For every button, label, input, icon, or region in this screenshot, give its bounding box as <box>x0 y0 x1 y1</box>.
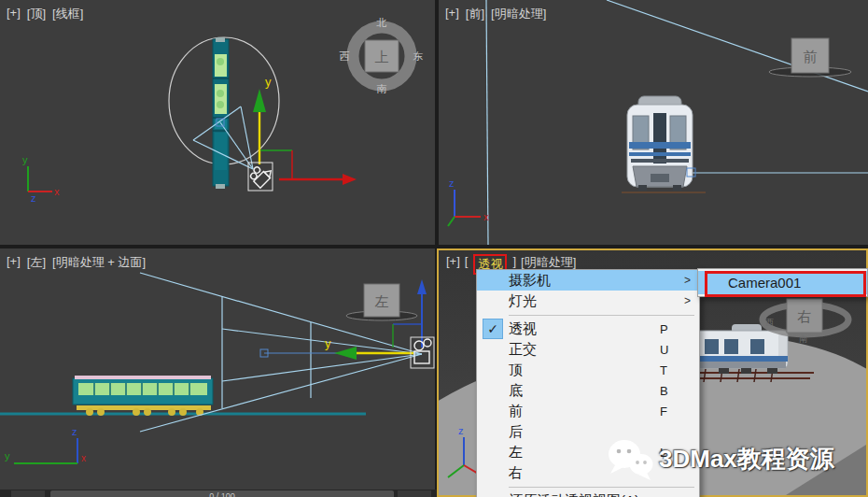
viewport-view-button[interactable]: [左] <box>27 254 46 271</box>
viewcube-face: 左 <box>375 293 389 309</box>
viewcube-left[interactable]: 左 <box>346 284 417 320</box>
cameras-submenu: Camera001 <box>697 268 868 297</box>
viewport-left-label: [+] [左] [明暗处理 + 边面] <box>7 254 146 271</box>
wechat-icon <box>605 435 655 482</box>
svg-text:x: x <box>81 453 86 463</box>
menu-item-top[interactable]: 顶 T <box>477 360 699 380</box>
svg-text:南: 南 <box>799 334 807 344</box>
viewcube-top[interactable]: 上 北 东 南 西 <box>340 17 424 94</box>
bracket: [ <box>465 254 469 275</box>
viewport-shading-button[interactable]: [线框] <box>52 6 83 22</box>
menu-item-orthographic[interactable]: 正交 U <box>477 339 699 360</box>
train-side-view[interactable] <box>73 376 213 416</box>
svg-text:x: x <box>483 211 489 222</box>
train-front-view[interactable] <box>622 96 706 192</box>
viewport-shading-button[interactable]: [明暗处理 + 边面] <box>52 254 146 271</box>
axis-tripod: y x z <box>22 154 60 204</box>
time-prev-button[interactable] <box>11 490 45 497</box>
svg-text:z: z <box>31 192 36 204</box>
svg-text:x: x <box>54 186 60 197</box>
time-slider[interactable]: 0 / 100 <box>50 490 394 497</box>
menu-item-front[interactable]: 前 F <box>477 401 699 421</box>
svg-text:西: 西 <box>340 50 350 62</box>
viewport-top-canvas: y y x z <box>0 0 435 245</box>
train-top-view[interactable] <box>213 37 229 189</box>
menu-item-bottom[interactable]: 底 B <box>477 380 699 401</box>
viewport-view-button[interactable]: [顶] <box>27 6 46 22</box>
max-viewport-area: [+] [顶] [线框] <box>0 0 868 497</box>
time-next-button[interactable] <box>398 490 431 497</box>
gizmo-y-label: y <box>325 336 331 350</box>
svg-text:z: z <box>449 178 455 189</box>
viewport-left[interactable]: [+] [左] [明暗处理 + 边面] 总计 Camera001 三角形: 89… <box>0 248 435 490</box>
axis-tripod: z y x <box>5 426 86 463</box>
svg-text:y: y <box>22 154 28 165</box>
move-gizmo[interactable]: y <box>253 75 357 185</box>
menu-item-lights[interactable]: 灯光 > <box>477 291 699 311</box>
viewcube-face: 右 <box>797 308 812 324</box>
viewport-menu-button[interactable]: [+] <box>446 254 460 275</box>
axis-tripod: z x <box>448 178 489 226</box>
viewport-top[interactable]: [+] [顶] [线框] <box>0 0 435 245</box>
svg-text:西: 西 <box>765 318 774 327</box>
viewport-top-label: [+] [顶] [线框] <box>7 6 83 22</box>
camera-object[interactable] <box>247 162 273 191</box>
menu-separator <box>477 311 699 319</box>
viewport-shading-button[interactable]: [明暗处理] <box>491 6 546 22</box>
check-icon: ✓ <box>483 319 503 339</box>
submenu-item-camera001[interactable]: Camera001 <box>698 271 867 294</box>
svg-text:z: z <box>458 425 464 436</box>
svg-text:北: 北 <box>376 17 387 28</box>
viewport-front[interactable]: [+] [前] [明暗处理] <box>439 0 868 245</box>
menu-item-cameras[interactable]: 摄影机 > <box>477 270 699 291</box>
svg-text:东: 东 <box>413 50 424 62</box>
svg-text:y: y <box>5 450 10 462</box>
viewport-view-button[interactable]: [前] <box>466 6 484 22</box>
viewcube-face: 前 <box>804 49 818 64</box>
gizmo-y-label: y <box>265 75 272 89</box>
viewport-front-label: [+] [前] [明暗处理] <box>445 6 546 22</box>
watermark-text: 3DMax教程资源 <box>659 443 834 476</box>
viewcube-face: 上 <box>375 49 389 64</box>
menu-item-perspective[interactable]: ✓ 透视 P <box>477 319 699 339</box>
viewcube-front[interactable]: 前 <box>769 38 851 77</box>
viewport-menu-button[interactable]: [+] <box>7 6 21 22</box>
viewport-menu-button[interactable]: [+] <box>445 6 459 22</box>
svg-text:z: z <box>72 426 77 437</box>
menu-separator <box>477 483 699 490</box>
camera-object[interactable] <box>411 337 434 368</box>
viewport-left-canvas: y z y x <box>0 248 435 490</box>
menu-item-restore-view[interactable]: 还原活动透视视图(A) <box>477 490 699 497</box>
viewport-front-canvas: z x 前 <box>439 0 868 245</box>
svg-text:南: 南 <box>377 83 387 94</box>
viewport-menu-button[interactable]: [+] <box>7 254 21 271</box>
watermark: 3DMax教程资源 <box>605 435 834 482</box>
time-slider-strip[interactable]: 0 / 100 <box>0 490 437 497</box>
